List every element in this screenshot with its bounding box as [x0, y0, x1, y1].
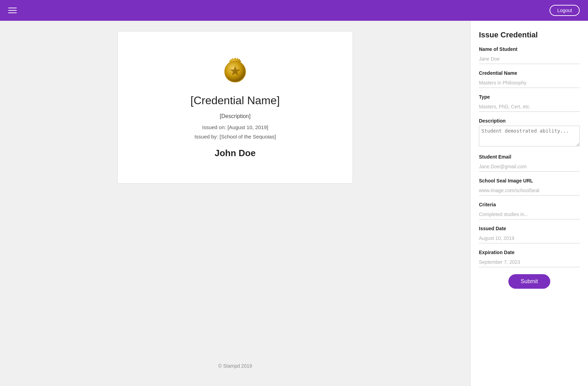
cert-description: [Description]: [220, 113, 251, 119]
expiration-date-input[interactable]: [479, 257, 580, 267]
student-name-label: Name of Student: [479, 46, 580, 52]
cert-issued-by: Issued by: [School of the Sequoias]: [194, 134, 276, 140]
expiration-date-field-group: Expiration Date: [479, 250, 580, 267]
sidebar-title: Issue Credential: [479, 30, 580, 39]
description-label: Description: [479, 118, 580, 124]
seal-icon: [220, 56, 251, 87]
student-email-input[interactable]: [479, 162, 580, 172]
criteria-input[interactable]: [479, 209, 580, 219]
student-name-input[interactable]: [479, 54, 580, 64]
right-sidebar: Issue Credential Name of Student Credent…: [470, 21, 588, 386]
student-email-label: Student Email: [479, 154, 580, 160]
school-seal-label: School Seal Image URL: [479, 178, 580, 183]
school-seal-field-group: School Seal Image URL: [479, 178, 580, 196]
description-field-group: Description: [479, 118, 580, 148]
type-input[interactable]: [479, 102, 580, 112]
school-seal-input[interactable]: [479, 186, 580, 196]
copyright-text: © Stampd 2019: [218, 363, 252, 369]
submit-button[interactable]: Submit: [508, 274, 551, 289]
type-field-group: Type: [479, 94, 580, 112]
left-content: [Credential Name] [Description] Issued o…: [0, 21, 470, 386]
description-textarea[interactable]: [479, 126, 580, 146]
criteria-label: Criteria: [479, 202, 580, 207]
issued-date-field-group: Issued Date: [479, 226, 580, 243]
logout-button[interactable]: Logout: [550, 5, 580, 16]
menu-button[interactable]: [8, 8, 17, 13]
cert-title: [Credential Name]: [190, 94, 280, 107]
type-label: Type: [479, 94, 580, 100]
credential-name-label: Credential Name: [479, 70, 580, 76]
criteria-field-group: Criteria: [479, 202, 580, 219]
student-email-field-group: Student Email: [479, 154, 580, 172]
cert-recipient-name: John Doe: [215, 148, 256, 159]
certificate-card: [Credential Name] [Description] Issued o…: [117, 31, 353, 183]
issued-date-input[interactable]: [479, 233, 580, 243]
student-name-field-group: Name of Student: [479, 46, 580, 64]
header: Logout: [0, 0, 588, 21]
expiration-date-label: Expiration Date: [479, 250, 580, 255]
credential-name-field-group: Credential Name: [479, 70, 580, 88]
issued-date-label: Issued Date: [479, 226, 580, 231]
credential-name-input[interactable]: [479, 78, 580, 88]
main-layout: [Credential Name] [Description] Issued o…: [0, 21, 588, 386]
cert-issued-on: Issued on: [August 10, 2019]: [202, 124, 268, 130]
footer: © Stampd 2019: [211, 356, 259, 376]
